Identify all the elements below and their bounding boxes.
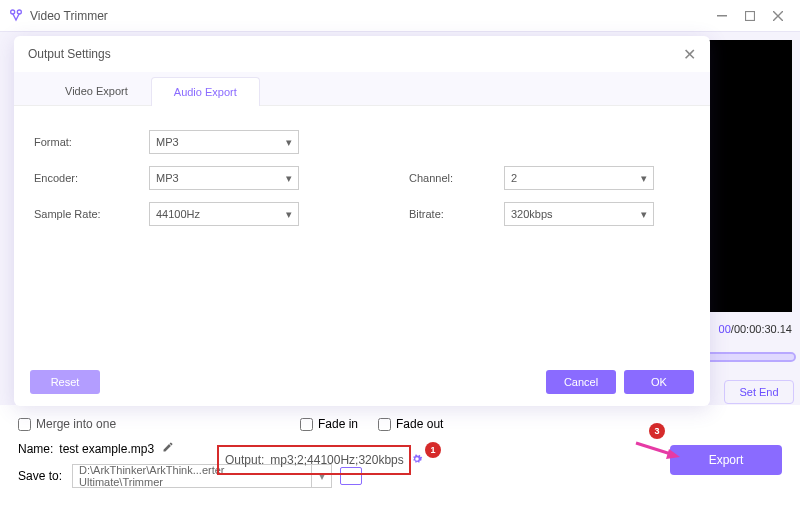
app-title: Video Trimmer <box>30 9 108 23</box>
ok-button[interactable]: OK <box>624 370 694 394</box>
fadein-checkbox[interactable] <box>300 418 313 431</box>
name-label: Name: <box>18 442 53 456</box>
samplerate-label: Sample Rate: <box>34 208 149 220</box>
fadein-label[interactable]: Fade in <box>318 417 358 431</box>
bitrate-label: Bitrate: <box>409 208 504 220</box>
merge-label[interactable]: Merge into one <box>36 417 116 431</box>
name-value: test example.mp3 <box>59 442 154 456</box>
annotation-badge-3: 3 <box>649 423 665 439</box>
output-settings-modal: Output Settings ✕ Video Export Audio Exp… <box>14 36 710 406</box>
output-value: mp3;2;44100Hz;320kbps <box>270 453 403 467</box>
reset-button[interactable]: Reset <box>30 370 100 394</box>
minimize-button[interactable] <box>708 2 736 30</box>
maximize-button[interactable] <box>736 2 764 30</box>
fadeout-checkbox[interactable] <box>378 418 391 431</box>
app-logo-icon <box>8 8 24 24</box>
cancel-button[interactable]: Cancel <box>546 370 616 394</box>
output-label: Output: <box>225 453 264 467</box>
bitrate-dropdown[interactable]: 320kbps▾ <box>504 202 654 226</box>
tab-audio-export[interactable]: Audio Export <box>151 77 260 106</box>
tab-video-export[interactable]: Video Export <box>42 76 151 105</box>
svg-rect-3 <box>746 11 755 20</box>
annotation-badge-1: 1 <box>425 442 441 458</box>
svg-rect-2 <box>717 15 727 17</box>
output-settings-icon[interactable] <box>410 452 424 469</box>
merge-checkbox[interactable] <box>18 418 31 431</box>
titlebar: Video Trimmer <box>0 0 800 32</box>
close-button[interactable] <box>764 2 792 30</box>
saveto-label: Save to: <box>18 469 62 483</box>
timecode: 00/00:00:30.14 <box>719 323 792 335</box>
modal-close-icon[interactable]: ✕ <box>683 45 696 64</box>
channel-label: Channel: <box>409 172 504 184</box>
samplerate-dropdown[interactable]: 44100Hz▾ <box>149 202 299 226</box>
export-button[interactable]: Export <box>670 445 782 475</box>
channel-dropdown[interactable]: 2▾ <box>504 166 654 190</box>
format-dropdown[interactable]: MP3▾ <box>149 130 299 154</box>
output-box: Output: mp3;2;44100Hz;320kbps <box>217 445 411 475</box>
encoder-dropdown[interactable]: MP3▾ <box>149 166 299 190</box>
edit-name-icon[interactable] <box>162 441 174 456</box>
format-label: Format: <box>34 136 149 148</box>
set-end-button[interactable]: Set End <box>724 380 794 404</box>
modal-title: Output Settings <box>28 47 111 61</box>
fadeout-label[interactable]: Fade out <box>396 417 443 431</box>
bottom-panel: Merge into one Fade in Fade out Name: te… <box>0 405 800 513</box>
encoder-label: Encoder: <box>34 172 149 184</box>
